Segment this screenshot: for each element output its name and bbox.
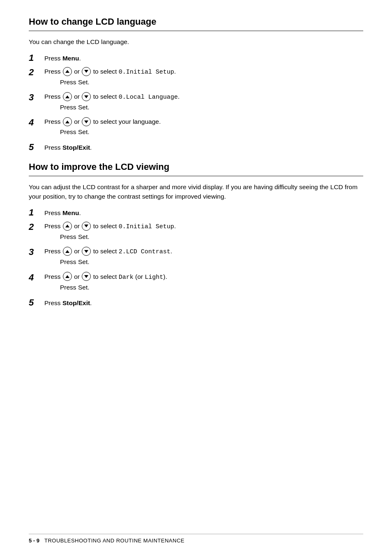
step-sub: Press Set.	[60, 127, 161, 137]
step-content-block: Press or to select 0.Initial Setup. Pres…	[44, 221, 176, 244]
step-number: 2	[29, 67, 44, 79]
down-button-icon	[82, 117, 91, 126]
step-content: Press Stop/Exit.	[44, 297, 92, 308]
step-sub: Press Set.	[60, 232, 176, 241]
bold-text: Set	[78, 258, 88, 265]
bold-text: Set	[78, 128, 88, 135]
step-number: 4	[29, 272, 44, 284]
page-footer: 5 - 9 TROUBLESHOOTING AND ROUTINE MAINTE…	[29, 534, 363, 544]
arrow-down-icon	[84, 120, 88, 123]
bold-text: Stop/Exit	[62, 144, 90, 151]
up-button-icon	[63, 117, 72, 126]
step-number: 3	[29, 246, 44, 258]
arrow-up-icon	[65, 70, 69, 73]
step-item: 1 Press Menu.	[29, 52, 363, 64]
section1: How to change LCD language You can chang…	[29, 16, 363, 153]
step-content-block: Press or to select 0.Initial Setup. Pres…	[44, 67, 176, 89]
bold-text: Set	[78, 79, 88, 86]
arrow-up-icon	[65, 275, 69, 278]
step-sub: Press Set.	[60, 283, 167, 292]
step-content: Press or to select your language.	[44, 117, 161, 125]
down-button-icon	[82, 247, 91, 256]
footer-label: TROUBLESHOOTING AND ROUTINE MAINTENANCE	[44, 537, 184, 544]
step-item: 5 Press Stop/Exit.	[29, 141, 363, 153]
step-number: 5	[29, 297, 44, 309]
step-content: Press Menu.	[44, 52, 81, 64]
arrow-down-icon	[84, 275, 88, 278]
step-number: 3	[29, 92, 44, 104]
step-item: 4 Press or to select your language. Pres…	[29, 117, 363, 139]
arrow-up-icon	[65, 95, 69, 98]
mono-text: Dark	[119, 274, 134, 281]
arrow-up-icon	[65, 225, 69, 227]
section1-steps: 1 Press Menu. 2 Press or to select 0.Ini…	[29, 52, 363, 153]
step-content-block: Press or to select Dark (or Light). Pres…	[44, 272, 167, 294]
step-content: Press or to select 0.Initial Setup.	[44, 221, 176, 229]
mono-text: 0.Initial Setup	[119, 223, 174, 230]
step-item: 4 Press or to select Dark (or Light). Pr…	[29, 272, 363, 294]
step-content-block: Press or to select 2.LCD Contrast. Press…	[44, 246, 172, 269]
step-item: 2 Press or to select 0.Initial Setup. Pr…	[29, 221, 363, 244]
bold-text: Set	[78, 284, 88, 291]
mono-text-2: Light	[145, 274, 163, 281]
step-item: 5 Press Stop/Exit.	[29, 297, 363, 309]
bold-text: Menu	[62, 55, 79, 62]
step-sub: Press Set.	[60, 102, 180, 112]
arrow-down-icon	[84, 95, 88, 98]
up-button-icon	[63, 92, 72, 101]
step-item: 2 Press or to select 0.Initial Setup. Pr…	[29, 67, 363, 89]
bold-text: Menu	[62, 209, 79, 216]
step-sub: Press Set.	[60, 77, 176, 87]
step-content: Press or to select 2.LCD Contrast.	[44, 246, 172, 255]
section2-steps: 1 Press Menu. 2 Press or to select 0.Ini…	[29, 207, 363, 308]
up-button-icon	[63, 272, 72, 281]
step-content: Press Menu.	[44, 207, 81, 218]
bold-text: Stop/Exit	[62, 299, 90, 306]
up-button-icon	[63, 222, 72, 231]
section1-title: How to change LCD language	[29, 16, 363, 29]
step-number: 5	[29, 141, 44, 153]
up-button-icon	[63, 247, 72, 256]
arrow-up-icon	[65, 250, 69, 253]
section2-title: How to improve the LCD viewing	[29, 162, 363, 174]
arrow-up-icon	[65, 120, 69, 123]
step-number: 1	[29, 52, 44, 64]
section1-divider	[29, 30, 363, 31]
mono-text: 0.Local Language	[119, 94, 178, 101]
down-button-icon	[82, 67, 91, 76]
down-button-icon	[82, 92, 91, 101]
step-content: Press or to select 0.Initial Setup.	[44, 67, 176, 75]
step-item: 1 Press Menu.	[29, 207, 363, 219]
arrow-down-icon	[84, 225, 88, 227]
step-number: 1	[29, 207, 44, 219]
step-sub: Press Set.	[60, 257, 172, 266]
step-item: 3 Press or to select 2.LCD Contrast. Pre…	[29, 246, 363, 269]
arrow-down-icon	[84, 250, 88, 253]
step-content-block: Press or to select 0.Local Language. Pre…	[44, 92, 180, 114]
section1-intro: You can change the LCD language.	[29, 37, 363, 46]
down-button-icon	[82, 222, 91, 231]
step-content: Press or to select 0.Local Language.	[44, 92, 180, 100]
step-item: 3 Press or to select 0.Local Language. P…	[29, 92, 363, 114]
step-number: 4	[29, 117, 44, 129]
up-button-icon	[63, 67, 72, 76]
bold-text: Set	[78, 233, 88, 240]
section2: How to improve the LCD viewing You can a…	[29, 162, 363, 308]
mono-text: 2.LCD Contrast	[119, 248, 171, 255]
bold-text: Set	[78, 104, 88, 111]
section2-divider	[29, 176, 363, 176]
page-content: How to change LCD language You can chang…	[0, 0, 392, 350]
down-button-icon	[82, 272, 91, 281]
step-number: 2	[29, 221, 44, 233]
section2-intro: You can adjust the LCD contrast for a sh…	[29, 182, 363, 202]
mono-text: 0.Initial Setup	[119, 69, 174, 76]
step-content-block: Press or to select your language. Press …	[44, 117, 161, 139]
arrow-down-icon	[84, 70, 88, 73]
footer-page-number: 5 - 9	[29, 537, 39, 544]
step-content: Press Stop/Exit.	[44, 141, 92, 153]
step-content: Press or to select Dark (or Light).	[44, 272, 167, 280]
